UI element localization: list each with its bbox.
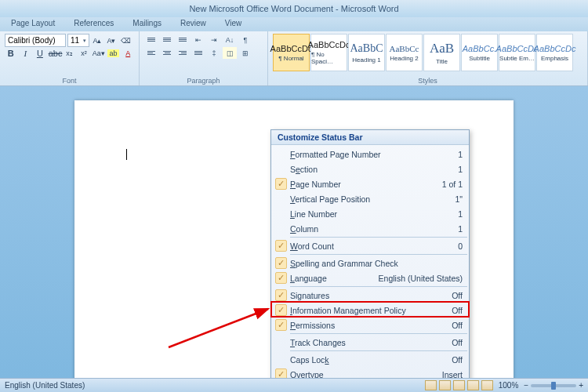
menu-item[interactable]: Column1	[271, 221, 469, 236]
highlight-button[interactable]: ab	[107, 49, 120, 57]
window-title: New Microsoft Office Word Document - Mic…	[189, 4, 398, 13]
menu-item[interactable]: Spelling and Grammar Check	[271, 256, 469, 270]
decrease-indent-button[interactable]: ⇤	[191, 34, 205, 45]
check-icon	[271, 289, 290, 301]
font-size-select[interactable]: 11▾	[67, 34, 89, 47]
check-icon	[271, 178, 290, 190]
menu-item[interactable]: Information Management PolicyOff	[271, 303, 469, 318]
style-tile[interactable]: AaBbCcHeading 2	[386, 34, 423, 71]
ribbon-tabs: Page Layout References Mailings Review V…	[0, 17, 588, 31]
menu-item[interactable]: PermissionsOff	[271, 318, 469, 332]
menu-item[interactable]: Formatted Page Number1	[271, 147, 469, 162]
menu-item-value: Off	[448, 291, 463, 300]
tab-references[interactable]: References	[64, 17, 123, 31]
group-paragraph: ⇤ ⇥ A↓ ¶ ‡ ◫ ⊞ Paragraph	[140, 31, 268, 85]
menu-item[interactable]: Vertical Page Position1"	[271, 191, 469, 206]
check-icon	[271, 319, 290, 331]
tab-mailings[interactable]: Mailings	[123, 17, 171, 31]
status-bar[interactable]: English (United States) 100% − +	[0, 378, 588, 392]
menu-item-label: Language	[290, 274, 376, 283]
style-tile[interactable]: AaBbCcDc¶ No Spaci…	[310, 34, 347, 71]
style-tile[interactable]: AaBTitle	[423, 34, 460, 71]
group-label-paragraph: Paragraph	[144, 77, 263, 85]
italic-button[interactable]: I	[20, 49, 32, 58]
font-color-button[interactable]: A	[122, 49, 134, 57]
align-center-button[interactable]	[160, 47, 174, 59]
line-spacing-button[interactable]: ‡	[207, 47, 221, 59]
view-full-screen-button[interactable]	[439, 380, 451, 390]
menu-item[interactable]: Page Number1 of 1	[271, 176, 469, 191]
check-icon	[271, 304, 290, 316]
menu-item-label: Section	[290, 165, 455, 174]
font-name-select[interactable]: Calibri (Body)	[5, 34, 66, 47]
tab-review[interactable]: Review	[171, 17, 216, 31]
menu-item[interactable]: LanguageEnglish (United States)	[271, 270, 469, 285]
style-tile[interactable]: AaBbCHeading 1	[348, 34, 385, 71]
menu-item-label: Spelling and Grammar Check	[290, 259, 459, 268]
zoom-in-button[interactable]: +	[579, 381, 583, 390]
align-left-button[interactable]	[144, 47, 158, 59]
justify-button[interactable]	[191, 47, 205, 59]
group-label-styles: Styles	[273, 77, 583, 85]
style-tile[interactable]: AaBbCc.Subtitle	[461, 34, 498, 71]
check-icon	[271, 272, 290, 284]
strike-button[interactable]: abc	[49, 49, 61, 58]
menu-item[interactable]: Track ChangesOff	[271, 335, 469, 350]
status-zoom[interactable]: 100%	[499, 381, 519, 390]
borders-button[interactable]: ⊞	[238, 47, 252, 59]
tab-view[interactable]: View	[216, 17, 252, 31]
menu-item-value: Off	[448, 355, 463, 365]
multilevel-button[interactable]	[176, 34, 190, 45]
window-titlebar: New Microsoft Office Word Document - Mic…	[0, 0, 588, 17]
subscript-button[interactable]: x₂	[64, 49, 76, 57]
zoom-out-button[interactable]: −	[524, 381, 528, 390]
menu-item[interactable]: Line Number1	[271, 206, 469, 221]
underline-button[interactable]: U	[34, 49, 46, 58]
bold-button[interactable]: B	[5, 49, 17, 58]
menu-item-value: Off	[448, 321, 463, 330]
zoom-slider[interactable]	[531, 384, 576, 387]
menu-title: Customize Status Bar	[271, 130, 469, 145]
show-marks-button[interactable]: ¶	[238, 34, 252, 45]
menu-item[interactable]: Caps LockOff	[271, 352, 469, 367]
check-icon	[271, 257, 290, 269]
status-language[interactable]: English (United States)	[5, 381, 85, 390]
align-right-button[interactable]	[176, 47, 190, 59]
style-tile[interactable]: AaBbCcDc¶ Normal	[273, 34, 310, 71]
menu-item-value: 1	[455, 165, 463, 174]
sort-button[interactable]: A↓	[223, 34, 237, 45]
grow-font-button[interactable]: A▴	[91, 37, 103, 45]
menu-item-value: 1	[455, 209, 463, 219]
menu-item-label: Column	[290, 224, 455, 234]
style-tile[interactable]: AaBbCcDcSubtle Em…	[499, 34, 535, 71]
menu-item-value: 0	[455, 241, 463, 251]
tab-page-layout[interactable]: Page Layout	[2, 17, 64, 31]
superscript-button[interactable]: x²	[78, 49, 90, 57]
menu-item[interactable]: Section1	[271, 162, 469, 176]
group-font: Calibri (Body) 11▾ A▴ A▾ ⌫ B I U abc x₂ …	[0, 31, 140, 85]
menu-item[interactable]: SignaturesOff	[271, 288, 469, 303]
view-web-layout-button[interactable]	[453, 380, 465, 390]
menu-item-value: 1	[455, 224, 463, 234]
menu-item-label: Formatted Page Number	[290, 150, 455, 159]
change-case-button[interactable]: Aa▾	[93, 49, 105, 57]
menu-item-label: Caps Lock	[290, 355, 448, 365]
view-outline-button[interactable]	[467, 380, 479, 390]
view-print-layout-button[interactable]	[425, 380, 437, 390]
menu-item-value: Off	[448, 338, 463, 347]
clear-format-button[interactable]: ⌫	[119, 37, 132, 45]
menu-item[interactable]: Word Count0	[271, 238, 469, 253]
menu-item-value: English (United States)	[376, 274, 463, 283]
numbering-button[interactable]	[160, 34, 174, 45]
shrink-font-button[interactable]: A▾	[105, 37, 118, 45]
increase-indent-button[interactable]: ⇥	[207, 34, 221, 45]
menu-item-label: Vertical Page Position	[290, 194, 452, 204]
menu-item-label: Word Count	[290, 241, 455, 251]
view-draft-button[interactable]	[481, 380, 493, 390]
menu-item-label: Signatures	[290, 291, 448, 300]
ribbon: Calibri (Body) 11▾ A▴ A▾ ⌫ B I U abc x₂ …	[0, 31, 588, 86]
menu-item-label: Information Management Policy	[290, 306, 448, 315]
bullets-button[interactable]	[144, 34, 158, 45]
style-tile[interactable]: AaBbCcDcEmphasis	[536, 34, 573, 71]
shading-button[interactable]: ◫	[223, 47, 237, 59]
